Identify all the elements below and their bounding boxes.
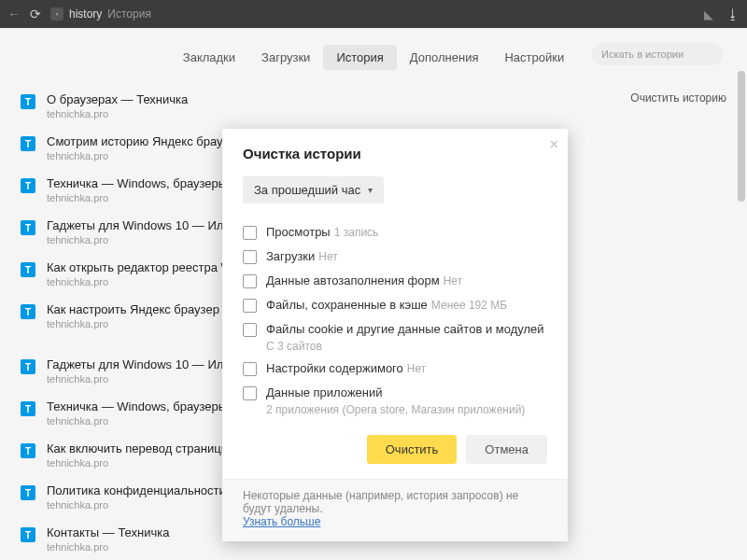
address-main: history <box>69 7 102 21</box>
option-cookies[interactable]: Файлы cookie и другие данные сайтов и мо… <box>243 317 547 342</box>
option-downloads[interactable]: ЗагрузкиНет <box>243 245 547 269</box>
chevron-down-icon: ▾ <box>368 185 373 195</box>
option-note: 1 запись <box>334 226 379 239</box>
tab-bookmarks[interactable]: Закладки <box>170 45 248 70</box>
option-label: Файлы cookie и другие данные сайтов и мо… <box>266 322 544 336</box>
option-label: Файлы, сохраненные в кэше <box>266 298 428 312</box>
favicon-icon: T <box>21 220 35 235</box>
reload-icon[interactable]: ⟳ <box>30 7 41 21</box>
history-domain: tehnichka.pro <box>47 541 169 553</box>
clear-button[interactable]: Очистить <box>367 435 458 464</box>
browser-toolbar: ← ⟳ ◦ history История ◣ ⭳ <box>0 0 747 28</box>
option-note: Нет <box>318 250 337 263</box>
close-icon[interactable]: × <box>550 136 558 153</box>
search-placeholder: Искать в истории <box>601 49 684 60</box>
cancel-button[interactable]: Отмена <box>466 435 547 464</box>
nav-tabs: Закладки Загрузки История Дополнения Нас… <box>0 28 747 85</box>
option-subtext: С 3 сайтов <box>266 340 547 353</box>
history-domain: tehnichka.pro <box>47 108 188 119</box>
checkbox[interactable] <box>243 299 257 313</box>
favicon-icon: T <box>21 485 35 500</box>
option-cache[interactable]: Файлы, сохраненные в кэшеМенее 192 МБ <box>243 293 547 317</box>
address-sub: История <box>107 7 151 21</box>
option-note: Нет <box>444 274 462 287</box>
favicon-icon: T <box>21 359 35 374</box>
option-apps[interactable]: Данные приложений <box>243 381 547 405</box>
history-title: Смотрим историю Яндекс браузера <box>47 134 248 148</box>
list-item[interactable]: TО браузерах — Техничкаtehnichka.pro <box>21 85 558 127</box>
option-label: Данные автозаполнения форм <box>266 273 440 287</box>
option-label: Данные приложений <box>266 385 383 399</box>
checkbox[interactable] <box>243 274 257 288</box>
option-note: Менее 192 МБ <box>431 299 507 312</box>
history-title: О браузерах — Техничка <box>47 92 188 106</box>
checkbox[interactable] <box>243 323 257 337</box>
history-title: Контакты — Техничка <box>47 525 169 539</box>
dropdown-value: За прошедший час <box>254 183 360 197</box>
history-domain: tehnichka.pro <box>47 150 248 161</box>
option-note: Нет <box>407 362 426 375</box>
favicon-icon: T <box>21 94 35 109</box>
back-icon: ← <box>7 7 21 21</box>
time-range-dropdown[interactable]: За прошедший час ▾ <box>243 176 384 203</box>
clear-history-link[interactable]: Очистить историю <box>630 91 726 105</box>
tab-downloads[interactable]: Загрузки <box>248 45 323 70</box>
favicon-icon: T <box>21 401 35 416</box>
tab-history[interactable]: История <box>323 45 396 70</box>
favicon-icon: T <box>21 178 35 193</box>
favicon-icon: T <box>21 443 35 458</box>
favicon-icon: T <box>21 304 35 319</box>
content-area: Закладки Загрузки История Дополнения Нас… <box>0 28 747 560</box>
scrollbar-thumb[interactable] <box>738 71 745 202</box>
learn-more-link[interactable]: Узнать больше <box>243 515 320 528</box>
tab-addons[interactable]: Дополнения <box>397 45 492 70</box>
dialog-footer: Некоторые данные (например, история запр… <box>222 479 568 541</box>
checkbox[interactable] <box>243 250 257 264</box>
clear-history-dialog: × Очистка истории За прошедший час ▾ Про… <box>222 129 568 541</box>
option-content[interactable]: Настройки содержимогоНет <box>243 357 547 381</box>
search-input[interactable]: Искать в истории <box>592 43 723 65</box>
favicon-icon: T <box>21 262 35 277</box>
checkbox[interactable] <box>243 386 257 400</box>
footer-text: Некоторые данные (например, история запр… <box>243 489 518 515</box>
side-panel: Очистить историю <box>586 85 726 560</box>
option-subtext: 2 приложения (Opera store, Магазин прило… <box>266 403 547 416</box>
bookmark-icon[interactable]: ◣ <box>704 7 713 21</box>
download-icon[interactable]: ⭳ <box>726 7 740 21</box>
option-label: Загрузки <box>266 249 315 263</box>
option-autofill[interactable]: Данные автозаполнения формНет <box>243 269 547 293</box>
address-bar[interactable]: ◦ history История <box>50 7 695 21</box>
checkbox[interactable] <box>243 362 257 376</box>
tab-settings[interactable]: Настройки <box>491 45 577 70</box>
favicon-icon: T <box>21 136 35 151</box>
option-label: Настройки содержимого <box>266 361 403 375</box>
option-views[interactable]: Просмотры1 запись <box>243 220 547 245</box>
checkbox[interactable] <box>243 226 257 240</box>
option-label: Просмотры <box>266 225 331 239</box>
site-icon: ◦ <box>50 7 63 21</box>
favicon-icon: T <box>21 527 35 542</box>
dialog-title: Очистка истории <box>243 146 547 161</box>
